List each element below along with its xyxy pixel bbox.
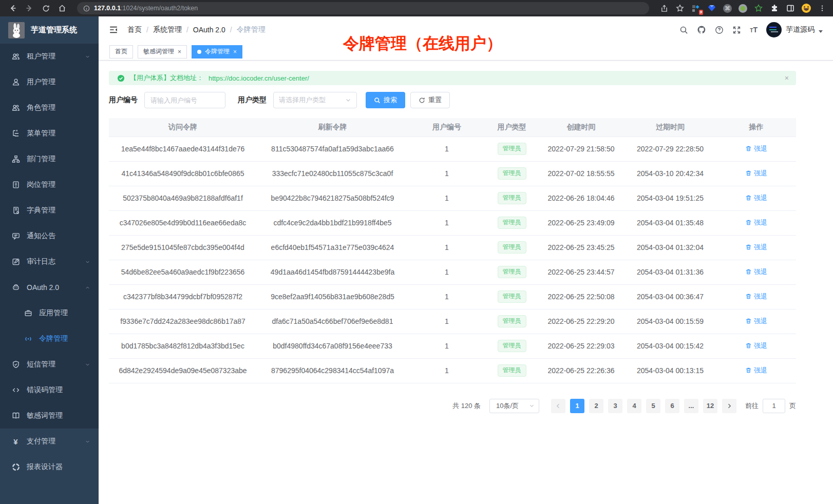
fullscreen-icon[interactable]	[732, 26, 741, 34]
profile-avatar-icon[interactable]	[802, 4, 811, 13]
reload-icon[interactable]	[39, 2, 52, 15]
share-icon[interactable]	[659, 4, 669, 13]
breadcrumb-separator: /	[146, 26, 148, 34]
user-id-cell: 1	[408, 260, 485, 284]
browser-chrome: 127.0.0.1:1024/system/oauth2/token 9 ⌘	[0, 0, 833, 16]
tab-sensitive-word[interactable]: 敏感词管理 ×	[138, 45, 187, 59]
sidebar-item-dept[interactable]: 部门管理	[0, 146, 99, 172]
user-type-cell: 管理员	[485, 358, 538, 383]
table-row: 502375b8040a469a9b82188afdf6af1f be90422…	[109, 186, 796, 210]
url-bar[interactable]: 127.0.0.1:1024/system/oauth2/token	[77, 2, 649, 14]
dict-icon	[11, 206, 20, 215]
reset-button[interactable]: 重置	[410, 92, 450, 108]
action-cell: 强退	[716, 235, 796, 260]
action-cell: 强退	[716, 161, 796, 186]
chevron-down-icon	[529, 403, 535, 409]
access-token-cell: c347026e805e4d99b0d116eae66eda8c	[109, 210, 257, 235]
user-menu[interactable]: 芋道源码	[766, 22, 823, 37]
github-icon[interactable]	[697, 25, 706, 34]
chrome-menu-icon[interactable]	[818, 4, 827, 13]
alert-close-icon[interactable]: ×	[785, 74, 789, 82]
force-logout-button[interactable]: 强退	[745, 267, 767, 277]
force-logout-button[interactable]: 强退	[745, 193, 767, 203]
app-logo[interactable]: 芋道管理系统	[0, 16, 99, 44]
home-icon[interactable]	[55, 2, 69, 15]
recorder-extension-icon[interactable]	[739, 4, 747, 13]
puzzle-extensions-icon[interactable]	[770, 4, 779, 13]
star-extension-icon[interactable]	[754, 4, 763, 13]
access-token-cell: 275e5de9151045fe87cbdc395e004f4d	[109, 235, 257, 260]
user-type-tag: 管理员	[498, 315, 526, 327]
table-row: c347026e805e4d99b0d116eae66eda8c cdfc4ce…	[109, 210, 796, 235]
next-page-button[interactable]	[722, 399, 736, 413]
site-info-icon[interactable]	[83, 5, 90, 12]
force-logout-button[interactable]: 强退	[745, 169, 767, 178]
font-size-icon[interactable]: TT	[750, 26, 758, 34]
sidebar-item-post[interactable]: 岗位管理	[0, 172, 99, 198]
page-size-select[interactable]: 10条/页	[489, 399, 539, 413]
sidebar-item-tenant[interactable]: 租户管理	[0, 44, 99, 69]
force-logout-button[interactable]: 强退	[745, 144, 767, 153]
tab-oauth2-token[interactable]: 令牌管理 ×	[192, 45, 242, 59]
sidebar-item-role[interactable]: 角色管理	[0, 95, 99, 121]
breadcrumb-item[interactable]: 系统管理	[153, 25, 182, 34]
breadcrumb-item[interactable]: 首页	[127, 25, 142, 34]
page-button-2[interactable]: 2	[589, 399, 603, 413]
close-icon[interactable]: ×	[233, 49, 237, 55]
sidebar-item-report-designer[interactable]: 报表设计器	[0, 454, 99, 480]
force-logout-button[interactable]: 强退	[745, 366, 767, 375]
sidebar-item-user[interactable]: 用户管理	[0, 69, 99, 95]
page-content: 【用户体系】文档地址： https://doc.iocoder.cn/user-…	[99, 61, 833, 504]
sidebar-item-oauth2-app[interactable]: 应用管理	[0, 300, 99, 326]
force-logout-button[interactable]: 强退	[745, 317, 767, 326]
search-icon[interactable]	[679, 26, 688, 34]
created-time-cell: 2022-06-25 22:29:20	[538, 309, 624, 334]
help-icon[interactable]	[715, 26, 724, 34]
sidebar-item-error-code[interactable]: 错误码管理	[0, 377, 99, 403]
forward-icon[interactable]	[23, 2, 36, 15]
alert-doc-link[interactable]: https://doc.iocoder.cn/user-center/	[209, 74, 309, 82]
sidebar-item-sensitive-word[interactable]: 敏感词管理	[0, 403, 99, 429]
page-button-1[interactable]: 1	[570, 399, 584, 413]
close-icon[interactable]: ×	[178, 49, 181, 55]
force-logout-button[interactable]: 强退	[745, 341, 767, 351]
user-type-select[interactable]: 请选择用户类型	[273, 92, 357, 108]
sidebar-item-sms[interactable]: 短信管理	[0, 352, 99, 377]
page-button-12[interactable]: 12	[703, 399, 717, 413]
page-button-5[interactable]: 5	[646, 399, 660, 413]
force-logout-button[interactable]: 强退	[745, 218, 767, 227]
sidebar-item-notice[interactable]: 通知公告	[0, 223, 99, 249]
page-button-6[interactable]: 6	[665, 399, 679, 413]
sidebar-item-audit-log[interactable]: 审计日志	[0, 249, 99, 275]
user-type-label: 用户类型	[238, 95, 267, 105]
prev-page-button[interactable]	[551, 399, 565, 413]
force-logout-button[interactable]: 强退	[745, 292, 767, 301]
back-icon[interactable]	[6, 2, 20, 15]
user-type-cell: 管理员	[485, 210, 538, 235]
sidebar-item-dict[interactable]: 字典管理	[0, 198, 99, 223]
page-button-4[interactable]: 4	[627, 399, 641, 413]
sidebar-item-pay[interactable]: ¥ 支付管理	[0, 429, 99, 454]
sidebar-item-oauth2[interactable]: OAuth 2.0	[0, 275, 99, 300]
tab-home[interactable]: 首页	[109, 45, 133, 59]
breadcrumb-item[interactable]: OAuth 2.0	[193, 26, 225, 34]
command-extension-icon[interactable]: ⌘	[723, 4, 732, 13]
gem-extension-icon[interactable]	[707, 4, 716, 13]
side-panel-icon[interactable]	[786, 4, 795, 13]
search-button[interactable]: 搜索	[366, 92, 405, 108]
trash-icon	[745, 268, 752, 275]
page-ellipsis[interactable]: ...	[684, 399, 698, 413]
robot-icon	[11, 283, 20, 292]
goto-page-input[interactable]	[763, 399, 785, 413]
shield-icon	[11, 360, 20, 369]
tab-groups-extension-icon[interactable]: 9	[691, 4, 701, 13]
sidebar-item-menu[interactable]: 菜单管理	[0, 121, 99, 146]
bookmark-star-icon[interactable]	[675, 4, 685, 13]
page-button-3[interactable]: 3	[608, 399, 622, 413]
collapse-sidebar-icon[interactable]	[109, 25, 118, 34]
force-logout-button[interactable]: 强退	[745, 243, 767, 252]
sidebar-item-oauth2-token[interactable]: 令牌管理	[0, 326, 99, 352]
user-type-tag: 管理员	[498, 192, 526, 204]
user-id-input[interactable]	[144, 92, 225, 108]
token-icon	[24, 335, 32, 343]
